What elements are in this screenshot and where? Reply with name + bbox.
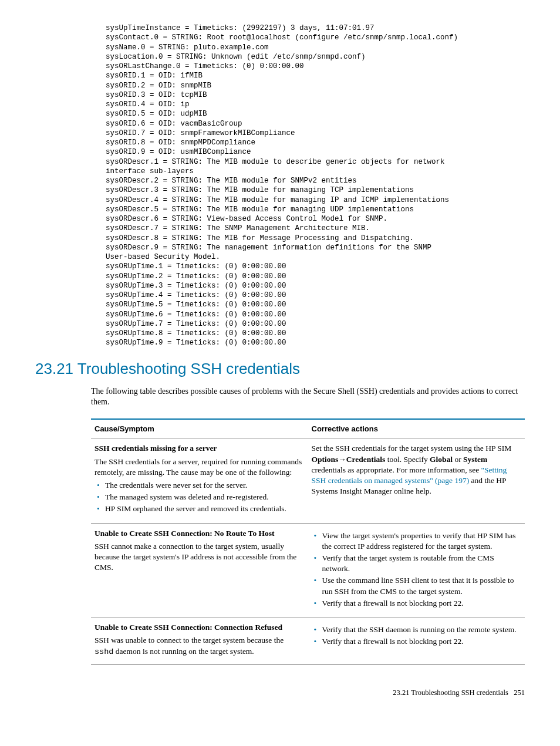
action-bullet-list: Verify that the SSH daemon is running on… <box>312 625 522 647</box>
bold-text: System <box>463 455 487 464</box>
cause-cell: SSH credentials missing for a server The… <box>91 438 308 523</box>
action-text: or <box>453 455 463 464</box>
action-cell: Set the SSH credentials for the target s… <box>308 438 525 523</box>
th-cause: Cause/Symptom <box>91 419 308 438</box>
list-item: Verify that the target system is routabl… <box>322 553 522 574</box>
cause-title: Unable to Create SSH Connection: No Rout… <box>95 528 305 539</box>
section-number: 23.21 <box>35 360 73 377</box>
cause-body: SSH was unable to connect to the target … <box>95 635 305 657</box>
list-item: The managed system was deleted and re-re… <box>105 492 305 502</box>
page-footer: 23.21 Troubleshooting SSH credentials 25… <box>35 688 525 697</box>
cause-body: SSH cannot make a connection to the targ… <box>95 541 305 573</box>
table-row: Unable to Create SSH Connection: Connect… <box>91 617 525 665</box>
arrow-icon: → <box>338 455 346 464</box>
action-bullet-list: View the target system's properties to v… <box>312 531 522 609</box>
table-row: SSH credentials missing for a server The… <box>91 438 525 523</box>
section-heading: 23.21 Troubleshooting SSH credentials <box>35 360 525 378</box>
section-title-text: Troubleshooting SSH credentials <box>77 360 300 377</box>
code-block: sysUpTimeInstance = Timeticks: (29922197… <box>106 23 525 348</box>
list-item: HP SIM orphaned the server and removed i… <box>105 504 305 514</box>
cause-text: SSH was unable to connect to the target … <box>95 636 284 644</box>
cause-title: SSH credentials missing for a server <box>95 443 305 454</box>
cause-body: The SSH credentials for a server, requir… <box>95 457 305 478</box>
action-text: Set the SSH credentials for the target s… <box>312 444 512 453</box>
bold-text: Credentials <box>346 455 386 464</box>
cause-bullet-list: The credentials were never set for the s… <box>95 480 305 515</box>
action-cell: View the target system's properties to v… <box>308 523 525 617</box>
troubleshooting-table: Cause/Symptom Corrective actions SSH cre… <box>91 418 525 665</box>
cause-cell: Unable to Create SSH Connection: Connect… <box>91 617 308 665</box>
action-text: tool. Specify <box>385 455 430 464</box>
list-item: The credentials were never set for the s… <box>105 480 305 491</box>
list-item: Verify that a firewall is not blocking p… <box>322 636 522 647</box>
list-item: View the target system's properties to v… <box>322 531 522 552</box>
list-item: Verify that a firewall is not blocking p… <box>322 598 522 609</box>
cause-cell: Unable to Create SSH Connection: No Rout… <box>91 523 308 617</box>
table-row: Unable to Create SSH Connection: No Rout… <box>91 523 525 617</box>
bold-text: Options <box>312 455 339 464</box>
list-item: Verify that the SSH daemon is running on… <box>322 625 522 635</box>
page-number: 251 <box>514 688 525 697</box>
cause-text: daemon is not running on the target syst… <box>113 647 254 656</box>
cause-title: Unable to Create SSH Connection: Connect… <box>95 622 305 633</box>
bold-text: Global <box>430 455 453 464</box>
action-text: credentials as appropriate. For more inf… <box>312 465 481 474</box>
footer-section: 23.21 Troubleshooting SSH credentials <box>393 688 508 697</box>
mono-text: sshd <box>95 647 113 656</box>
th-action: Corrective actions <box>308 419 525 438</box>
section-intro: The following table describes possible c… <box>91 386 525 409</box>
list-item: Use the command line SSH client to test … <box>322 575 522 596</box>
action-cell: Verify that the SSH daemon is running on… <box>308 617 525 665</box>
